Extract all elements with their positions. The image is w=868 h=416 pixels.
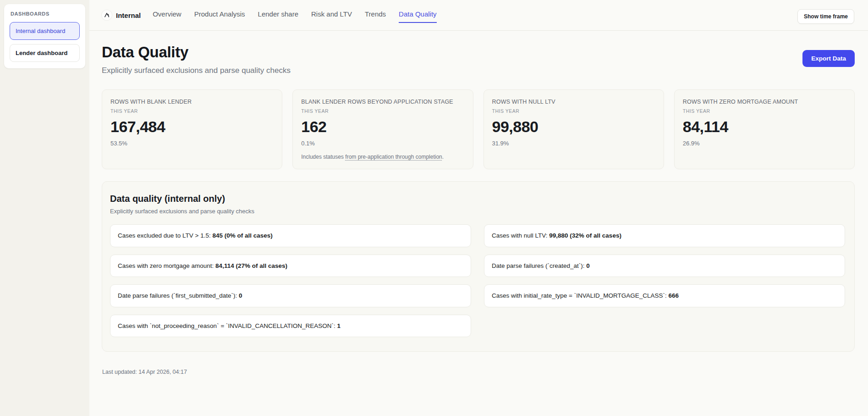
- quality-item-first-submitted-date-parse-failures: Date parse failures (`first_submitted_da…: [110, 284, 471, 307]
- quality-item-invalid-mortgage-class: Cases with initial_rate_type = `INVALID_…: [484, 284, 845, 307]
- stat-period: THIS YEAR: [492, 108, 655, 114]
- tab-trends[interactable]: Trends: [365, 10, 386, 23]
- export-data-button[interactable]: Export Data: [802, 50, 855, 67]
- stat-card-null-ltv: ROWS WITH NULL LTV THIS YEAR 99,880 31.9…: [483, 89, 664, 169]
- page-subtitle: Explicitly surfaced exclusions and parse…: [102, 66, 291, 75]
- show-time-frame-button[interactable]: Show time frame: [797, 9, 854, 24]
- tab-lender-share[interactable]: Lender share: [258, 10, 298, 23]
- brand-logo-icon: [102, 10, 112, 20]
- stat-value: 84,114: [683, 118, 846, 136]
- top-navigation: Internal Overview Product Analysis Lende…: [89, 0, 868, 31]
- stat-card-blank-lender-beyond-application: BLANK LENDER ROWS BEYOND APPLICATION STA…: [292, 89, 473, 169]
- tab-overview[interactable]: Overview: [153, 10, 181, 23]
- quality-item-label: Date parse failures (`first_submitted_da…: [118, 292, 239, 299]
- footnote-period: .: [442, 154, 444, 160]
- quality-item-label: Date parse failures (`created_at`):: [492, 262, 586, 269]
- stat-period: THIS YEAR: [110, 108, 274, 114]
- stat-footnote: Includes statuses from pre-application t…: [301, 153, 464, 161]
- page-header: Data Quality Explicitly surfaced exclusi…: [102, 44, 855, 75]
- quality-item-label: Cases with zero mortgage amount:: [118, 262, 215, 269]
- sidebar-item-lender-dashboard[interactable]: Lender dashboard: [10, 44, 80, 62]
- stat-card-blank-lender: ROWS WITH BLANK LENDER THIS YEAR 167,484…: [102, 89, 282, 169]
- page-header-text: Data Quality Explicitly surfaced exclusi…: [102, 44, 291, 75]
- quality-item-label: Cases with null LTV:: [492, 232, 549, 239]
- quality-item-value: 0: [586, 262, 590, 269]
- sidebar-card: DASHBOARDS Internal dashboard Lender das…: [4, 4, 85, 68]
- sidebar-heading: DASHBOARDS: [11, 11, 80, 17]
- quality-item-value: 666: [669, 292, 679, 299]
- quality-item-invalid-cancellation-reason: Cases with `not_proceeding_reason` = `IN…: [110, 315, 471, 338]
- section-title: Data quality (internal only): [110, 194, 845, 204]
- quality-item-value: 84,114 (27% of all cases): [215, 262, 287, 269]
- brand: Internal: [102, 10, 141, 30]
- stat-label: ROWS WITH BLANK LENDER: [110, 99, 274, 105]
- section-subtitle: Explicitly surfaced exclusions and parse…: [110, 208, 845, 215]
- quality-item-created-at-parse-failures: Date parse failures (`created_at`): 0: [484, 255, 845, 277]
- stat-label: BLANK LENDER ROWS BEYOND APPLICATION STA…: [301, 99, 464, 105]
- quality-item-value: 0: [239, 292, 242, 299]
- footnote-text: Includes statuses: [301, 154, 345, 160]
- page-title: Data Quality: [102, 44, 291, 61]
- sidebar-item-label: Internal dashboard: [16, 28, 65, 34]
- tab-product-analysis[interactable]: Product Analysis: [194, 10, 245, 23]
- data-quality-section: Data quality (internal only) Explicitly …: [102, 181, 855, 352]
- quality-item-label: Cases with initial_rate_type = `INVALID_…: [492, 292, 669, 299]
- quality-item-value: 99,880 (32% of all cases): [549, 232, 621, 239]
- stat-period: THIS YEAR: [301, 108, 464, 114]
- tab-risk-and-ltv[interactable]: Risk and LTV: [311, 10, 352, 23]
- nav-tabs: Overview Product Analysis Lender share R…: [153, 10, 436, 29]
- stat-cards-row: ROWS WITH BLANK LENDER THIS YEAR 167,484…: [102, 89, 855, 169]
- quality-items-grid: Cases excluded due to LTV > 1.5: 845 (0%…: [110, 224, 845, 337]
- quality-item-zero-mortgage: Cases with zero mortgage amount: 84,114 …: [110, 255, 471, 277]
- stat-label: ROWS WITH NULL LTV: [492, 99, 655, 105]
- quality-item-label: Cases with `not_proceeding_reason` = `IN…: [118, 322, 337, 329]
- stat-value: 162: [301, 118, 464, 136]
- quality-item-ltv-excluded: Cases excluded due to LTV > 1.5: 845 (0%…: [110, 224, 471, 247]
- sidebar-item-label: Lender dashboard: [16, 50, 67, 56]
- last-updated-text: Last updated: 14 Apr 2026, 04:17: [102, 369, 855, 375]
- quality-item-label: Cases excluded due to LTV > 1.5:: [118, 232, 213, 239]
- footnote-status-range-link[interactable]: from pre-application through completion: [345, 154, 442, 160]
- stat-percent: 53.5%: [110, 140, 274, 147]
- stat-card-zero-mortgage-amount: ROWS WITH ZERO MORTGAGE AMOUNT THIS YEAR…: [674, 89, 855, 169]
- stat-percent: 31.9%: [492, 140, 655, 147]
- page-content: Data Quality Explicitly surfaced exclusi…: [89, 31, 868, 375]
- main-area: Internal Overview Product Analysis Lende…: [89, 0, 868, 416]
- stat-percent: 26.9%: [683, 140, 846, 147]
- stat-period: THIS YEAR: [683, 108, 846, 114]
- sidebar: DASHBOARDS Internal dashboard Lender das…: [0, 0, 89, 416]
- sidebar-item-internal-dashboard[interactable]: Internal dashboard: [10, 22, 80, 40]
- quality-item-null-ltv: Cases with null LTV: 99,880 (32% of all …: [484, 224, 845, 247]
- brand-label: Internal: [116, 11, 141, 19]
- stat-label: ROWS WITH ZERO MORTGAGE AMOUNT: [683, 99, 846, 105]
- quality-item-value: 845 (0% of all cases): [213, 232, 273, 239]
- stat-value: 167,484: [110, 118, 274, 136]
- stat-percent: 0.1%: [301, 140, 464, 147]
- stat-value: 99,880: [492, 118, 655, 136]
- quality-item-value: 1: [337, 322, 341, 329]
- tab-data-quality[interactable]: Data Quality: [399, 10, 437, 23]
